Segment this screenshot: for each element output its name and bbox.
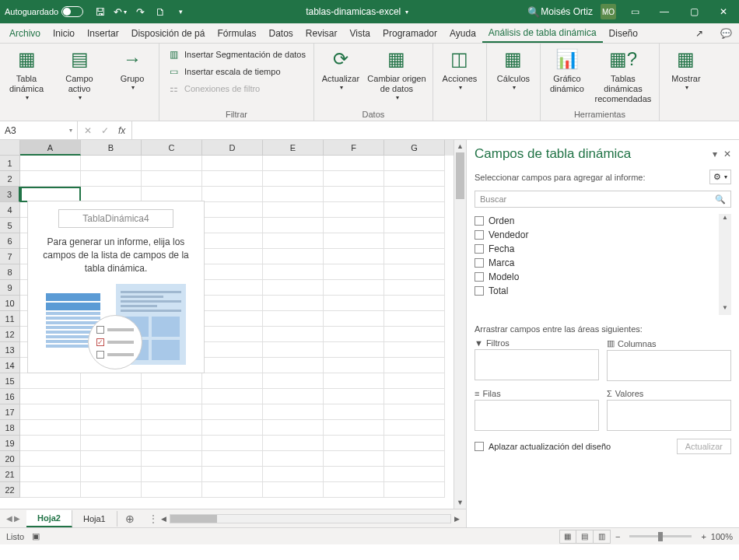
cell[interactable] <box>202 187 263 202</box>
row-header[interactable]: 12 <box>0 327 20 342</box>
active-field-button[interactable]: ▤Campo activo▾ <box>58 47 101 103</box>
tab-vista[interactable]: Vista <box>344 23 377 43</box>
cell[interactable] <box>202 373 263 389</box>
row-header[interactable]: 20 <box>0 451 20 467</box>
cell[interactable] <box>202 327 263 342</box>
sheet-tab[interactable]: Hoja1 <box>72 511 117 527</box>
cell[interactable] <box>384 342 445 358</box>
cell[interactable] <box>324 249 384 264</box>
cell[interactable] <box>324 467 384 482</box>
share-icon[interactable]: ↗ <box>686 23 713 43</box>
cell[interactable] <box>324 233 384 249</box>
cell[interactable] <box>324 202 384 218</box>
row-header[interactable]: 16 <box>0 389 20 404</box>
field-checkbox[interactable] <box>475 244 484 254</box>
cell[interactable] <box>202 233 263 249</box>
cell[interactable] <box>384 327 445 342</box>
cell[interactable] <box>324 296 384 311</box>
tab-análisis-de-tabla-dinámica[interactable]: Análisis de tabla dinámica <box>482 23 603 43</box>
cell[interactable] <box>81 187 142 202</box>
pane-dropdown-icon[interactable]: ▾ <box>706 149 723 159</box>
cell[interactable] <box>384 280 445 296</box>
cell[interactable] <box>142 482 202 498</box>
comments-icon[interactable]: 💬 <box>713 23 739 43</box>
filters-dropzone[interactable] <box>475 349 599 380</box>
zoom-level[interactable]: 100% <box>711 532 733 541</box>
refresh-button[interactable]: ⟳Actualizar▾ <box>319 47 362 93</box>
field-item[interactable]: Modelo <box>475 270 719 284</box>
save-icon[interactable]: 🖫 <box>93 5 107 19</box>
field-checkbox[interactable] <box>475 286 484 296</box>
field-item[interactable]: Fecha <box>475 242 719 256</box>
cell[interactable] <box>384 358 445 373</box>
cell[interactable] <box>81 436 142 451</box>
cell[interactable] <box>384 436 445 451</box>
cell[interactable] <box>142 451 202 467</box>
cell[interactable] <box>202 171 263 187</box>
column-header[interactable]: C <box>142 140 202 156</box>
cell[interactable] <box>142 436 202 451</box>
row-header[interactable]: 18 <box>0 420 20 436</box>
columns-dropzone[interactable] <box>607 350 731 381</box>
row-header[interactable]: 6 <box>0 233 20 249</box>
cell[interactable] <box>263 342 324 358</box>
scroll-up-icon[interactable]: ▲ <box>719 214 731 225</box>
cell[interactable] <box>384 187 445 202</box>
cell[interactable] <box>81 156 142 171</box>
macro-record-icon[interactable]: ▣ <box>32 531 40 541</box>
cell[interactable] <box>263 436 324 451</box>
cell[interactable] <box>324 358 384 373</box>
row-header[interactable]: 7 <box>0 249 20 264</box>
cell[interactable] <box>81 373 142 389</box>
tab-programador[interactable]: Programador <box>377 23 443 43</box>
cell[interactable] <box>142 156 202 171</box>
cell[interactable] <box>142 187 202 202</box>
row-header[interactable]: 9 <box>0 280 20 296</box>
field-checkbox[interactable] <box>475 272 484 282</box>
cell[interactable] <box>384 311 445 327</box>
row-header[interactable]: 10 <box>0 296 20 311</box>
tab-revisar[interactable]: Revisar <box>299 23 344 43</box>
cell[interactable] <box>263 296 324 311</box>
cell[interactable] <box>324 156 384 171</box>
cell[interactable] <box>324 420 384 436</box>
field-item[interactable]: Total <box>475 284 719 298</box>
cell[interactable] <box>202 156 263 171</box>
cell[interactable] <box>263 327 324 342</box>
horizontal-scrollbar[interactable] <box>170 514 451 523</box>
field-item[interactable]: Orden <box>475 214 719 228</box>
tab-diseño[interactable]: Diseño <box>603 23 644 43</box>
cell[interactable] <box>202 342 263 358</box>
tab-ayuda[interactable]: Ayuda <box>443 23 482 43</box>
cell[interactable] <box>324 389 384 404</box>
row-header[interactable]: 15 <box>0 373 20 389</box>
cell[interactable] <box>20 436 81 451</box>
cell[interactable] <box>263 467 324 482</box>
cell[interactable] <box>202 264 263 280</box>
cell[interactable] <box>142 389 202 404</box>
rows-dropzone[interactable] <box>475 400 599 431</box>
cell[interactable] <box>20 389 81 404</box>
page-layout-button[interactable]: ▤ <box>576 530 594 544</box>
row-header[interactable]: 5 <box>0 218 20 233</box>
undo-icon[interactable]: ↶▾ <box>113 5 127 19</box>
cell[interactable] <box>81 420 142 436</box>
field-checkbox[interactable] <box>475 230 484 240</box>
column-header[interactable]: E <box>263 140 324 156</box>
show-button[interactable]: ▦Mostrar▾ <box>664 47 708 93</box>
cell[interactable] <box>263 389 324 404</box>
actions-button[interactable]: ◫Acciones▾ <box>438 47 482 93</box>
scroll-down-icon[interactable]: ▼ <box>454 496 466 509</box>
cell[interactable] <box>20 187 81 202</box>
tab-insertar[interactable]: Insertar <box>81 23 125 43</box>
name-box[interactable]: A3▾ <box>0 121 78 139</box>
cell[interactable] <box>142 404 202 420</box>
add-sheet-button[interactable]: ⊕ <box>117 513 142 525</box>
cell[interactable] <box>20 451 81 467</box>
insert-timeline-button[interactable]: ▭Insertar escala de tiempo <box>164 64 309 79</box>
cell[interactable] <box>263 156 324 171</box>
cell[interactable] <box>202 311 263 327</box>
minimize-icon[interactable]: — <box>653 4 675 19</box>
cell[interactable] <box>384 249 445 264</box>
cell[interactable] <box>384 467 445 482</box>
